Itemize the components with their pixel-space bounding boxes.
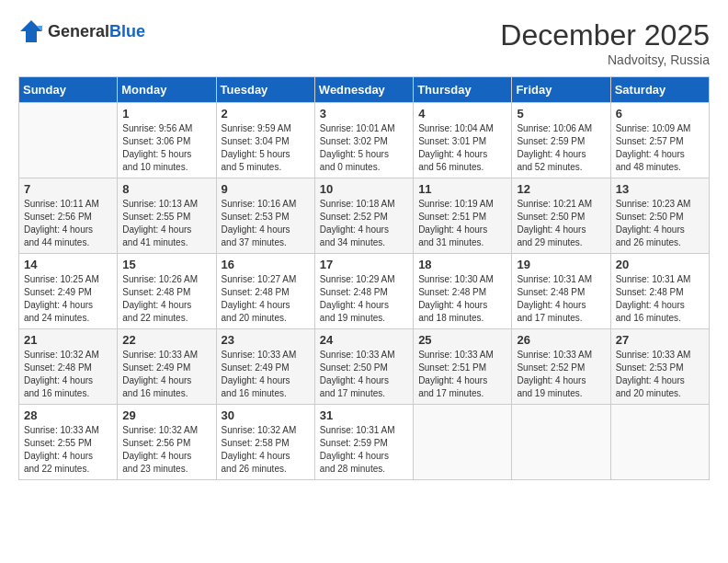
day-info: Sunrise: 10:13 AM Sunset: 2:55 PM Daylig…	[122, 198, 210, 249]
calendar-day-cell	[19, 103, 118, 178]
day-info: Sunrise: 10:26 AM Sunset: 2:48 PM Daylig…	[122, 273, 210, 325]
day-number: 21	[24, 333, 112, 347]
day-info: Sunrise: 10:18 AM Sunset: 2:52 PM Daylig…	[320, 198, 408, 249]
calendar-day-cell: 9Sunrise: 10:16 AM Sunset: 2:53 PM Dayli…	[216, 178, 314, 254]
calendar-table: SundayMondayTuesdayWednesdayThursdayFrid…	[18, 76, 710, 480]
calendar-day-cell: 23Sunrise: 10:33 AM Sunset: 2:49 PM Dayl…	[216, 329, 314, 405]
day-info: Sunrise: 10:01 AM Sunset: 3:02 PM Daylig…	[320, 122, 408, 174]
calendar-day-cell: 21Sunrise: 10:32 AM Sunset: 2:48 PM Dayl…	[19, 329, 118, 405]
day-number: 5	[517, 107, 605, 121]
day-number: 13	[616, 182, 704, 196]
day-info: Sunrise: 10:33 AM Sunset: 2:53 PM Daylig…	[616, 349, 704, 400]
day-info: Sunrise: 10:30 AM Sunset: 2:48 PM Daylig…	[418, 273, 506, 325]
calendar-day-cell: 10Sunrise: 10:18 AM Sunset: 2:52 PM Dayl…	[314, 178, 413, 254]
calendar-day-cell: 11Sunrise: 10:19 AM Sunset: 2:51 PM Dayl…	[414, 178, 512, 254]
day-number: 11	[418, 182, 506, 196]
day-info: Sunrise: 10:16 AM Sunset: 2:53 PM Daylig…	[222, 198, 310, 249]
day-number: 29	[122, 408, 210, 422]
calendar-day-cell: 29Sunrise: 10:32 AM Sunset: 2:56 PM Dayl…	[118, 405, 216, 480]
calendar-day-cell: 4Sunrise: 10:04 AM Sunset: 3:01 PM Dayli…	[414, 103, 512, 178]
day-info: Sunrise: 10:11 AM Sunset: 2:56 PM Daylig…	[24, 198, 112, 249]
calendar-day-cell: 28Sunrise: 10:33 AM Sunset: 2:55 PM Dayl…	[19, 405, 118, 480]
day-number: 9	[222, 182, 310, 196]
day-number: 18	[418, 258, 506, 271]
day-number: 23	[222, 333, 310, 347]
page-header: GeneralBlue December 2025 Nadvoitsy, Rus…	[18, 18, 710, 67]
calendar-day-cell: 20Sunrise: 10:31 AM Sunset: 2:48 PM Dayl…	[610, 254, 709, 329]
calendar-day-cell: 15Sunrise: 10:26 AM Sunset: 2:48 PM Dayl…	[118, 254, 216, 329]
calendar-day-cell: 18Sunrise: 10:30 AM Sunset: 2:48 PM Dayl…	[414, 254, 512, 329]
day-number: 6	[616, 107, 704, 121]
calendar-day-header: Monday	[118, 77, 216, 103]
calendar-day-header: Friday	[512, 77, 610, 103]
day-info: Sunrise: 9:59 AM Sunset: 3:04 PM Dayligh…	[222, 122, 310, 174]
calendar-day-cell: 25Sunrise: 10:33 AM Sunset: 2:51 PM Dayl…	[414, 329, 512, 405]
location: Nadvoitsy, Russia	[500, 52, 710, 67]
calendar-day-header: Tuesday	[216, 77, 314, 103]
day-info: Sunrise: 10:27 AM Sunset: 2:48 PM Daylig…	[222, 273, 310, 325]
day-number: 2	[222, 107, 310, 121]
day-info: Sunrise: 10:33 AM Sunset: 2:50 PM Daylig…	[320, 349, 408, 400]
calendar-week-row: 7Sunrise: 10:11 AM Sunset: 2:56 PM Dayli…	[19, 178, 710, 254]
day-number: 14	[24, 258, 112, 271]
calendar-day-cell: 26Sunrise: 10:33 AM Sunset: 2:52 PM Dayl…	[512, 329, 610, 405]
day-number: 17	[320, 258, 408, 271]
calendar-week-row: 1Sunrise: 9:56 AM Sunset: 3:06 PM Daylig…	[19, 103, 710, 178]
day-number: 26	[517, 333, 605, 347]
day-info: Sunrise: 10:19 AM Sunset: 2:51 PM Daylig…	[418, 198, 506, 249]
calendar-header-row: SundayMondayTuesdayWednesdayThursdayFrid…	[19, 77, 710, 103]
calendar-day-cell: 12Sunrise: 10:21 AM Sunset: 2:50 PM Dayl…	[512, 178, 610, 254]
day-info: Sunrise: 10:32 AM Sunset: 2:58 PM Daylig…	[222, 424, 310, 476]
month-title: December 2025	[500, 18, 710, 52]
calendar-day-cell: 6Sunrise: 10:09 AM Sunset: 2:57 PM Dayli…	[610, 103, 709, 178]
calendar-day-cell: 31Sunrise: 10:31 AM Sunset: 2:59 PM Dayl…	[314, 405, 413, 480]
day-info: Sunrise: 10:33 AM Sunset: 2:55 PM Daylig…	[24, 424, 112, 476]
calendar-day-cell: 24Sunrise: 10:33 AM Sunset: 2:50 PM Dayl…	[314, 329, 413, 405]
day-info: Sunrise: 10:32 AM Sunset: 2:56 PM Daylig…	[122, 424, 210, 476]
calendar-week-row: 14Sunrise: 10:25 AM Sunset: 2:49 PM Dayl…	[19, 254, 710, 329]
day-info: Sunrise: 10:23 AM Sunset: 2:50 PM Daylig…	[616, 198, 704, 249]
calendar-day-header: Wednesday	[314, 77, 413, 103]
title-block: December 2025 Nadvoitsy, Russia	[500, 18, 710, 67]
day-info: Sunrise: 10:31 AM Sunset: 2:48 PM Daylig…	[616, 273, 704, 325]
calendar-day-cell: 8Sunrise: 10:13 AM Sunset: 2:55 PM Dayli…	[118, 178, 216, 254]
logo-icon	[18, 18, 44, 44]
calendar-day-cell: 17Sunrise: 10:29 AM Sunset: 2:48 PM Dayl…	[314, 254, 413, 329]
day-number: 1	[122, 107, 210, 121]
day-info: Sunrise: 10:09 AM Sunset: 2:57 PM Daylig…	[616, 122, 704, 174]
logo: GeneralBlue	[18, 18, 145, 44]
day-number: 3	[320, 107, 408, 121]
calendar-week-row: 21Sunrise: 10:32 AM Sunset: 2:48 PM Dayl…	[19, 329, 710, 405]
calendar-day-cell: 3Sunrise: 10:01 AM Sunset: 3:02 PM Dayli…	[314, 103, 413, 178]
calendar-day-cell: 1Sunrise: 9:56 AM Sunset: 3:06 PM Daylig…	[118, 103, 216, 178]
calendar-day-cell: 2Sunrise: 9:59 AM Sunset: 3:04 PM Daylig…	[216, 103, 314, 178]
calendar-day-cell: 14Sunrise: 10:25 AM Sunset: 2:49 PM Dayl…	[19, 254, 118, 329]
day-info: Sunrise: 10:33 AM Sunset: 2:49 PM Daylig…	[122, 349, 210, 400]
day-number: 4	[418, 107, 506, 121]
day-number: 16	[222, 258, 310, 271]
day-number: 8	[122, 182, 210, 196]
calendar-day-cell: 5Sunrise: 10:06 AM Sunset: 2:59 PM Dayli…	[512, 103, 610, 178]
day-info: Sunrise: 10:32 AM Sunset: 2:48 PM Daylig…	[24, 349, 112, 400]
day-info: Sunrise: 10:33 AM Sunset: 2:51 PM Daylig…	[418, 349, 506, 400]
calendar-day-header: Saturday	[610, 77, 709, 103]
day-number: 31	[320, 408, 408, 422]
day-info: Sunrise: 10:25 AM Sunset: 2:49 PM Daylig…	[24, 273, 112, 325]
day-info: Sunrise: 10:31 AM Sunset: 2:59 PM Daylig…	[320, 424, 408, 476]
day-number: 30	[222, 408, 310, 422]
day-number: 19	[517, 258, 605, 271]
calendar-day-cell: 16Sunrise: 10:27 AM Sunset: 2:48 PM Dayl…	[216, 254, 314, 329]
day-info: Sunrise: 10:04 AM Sunset: 3:01 PM Daylig…	[418, 122, 506, 174]
day-number: 10	[320, 182, 408, 196]
day-info: Sunrise: 10:33 AM Sunset: 2:49 PM Daylig…	[222, 349, 310, 400]
calendar-day-cell	[414, 405, 512, 480]
day-number: 28	[24, 408, 112, 422]
calendar-day-cell: 19Sunrise: 10:31 AM Sunset: 2:48 PM Dayl…	[512, 254, 610, 329]
day-info: Sunrise: 10:31 AM Sunset: 2:48 PM Daylig…	[517, 273, 605, 325]
calendar-day-cell: 30Sunrise: 10:32 AM Sunset: 2:58 PM Dayl…	[216, 405, 314, 480]
calendar-day-cell	[512, 405, 610, 480]
logo-general-text: General	[48, 22, 109, 40]
day-number: 27	[616, 333, 704, 347]
day-info: Sunrise: 10:29 AM Sunset: 2:48 PM Daylig…	[320, 273, 408, 325]
calendar-day-cell: 7Sunrise: 10:11 AM Sunset: 2:56 PM Dayli…	[19, 178, 118, 254]
